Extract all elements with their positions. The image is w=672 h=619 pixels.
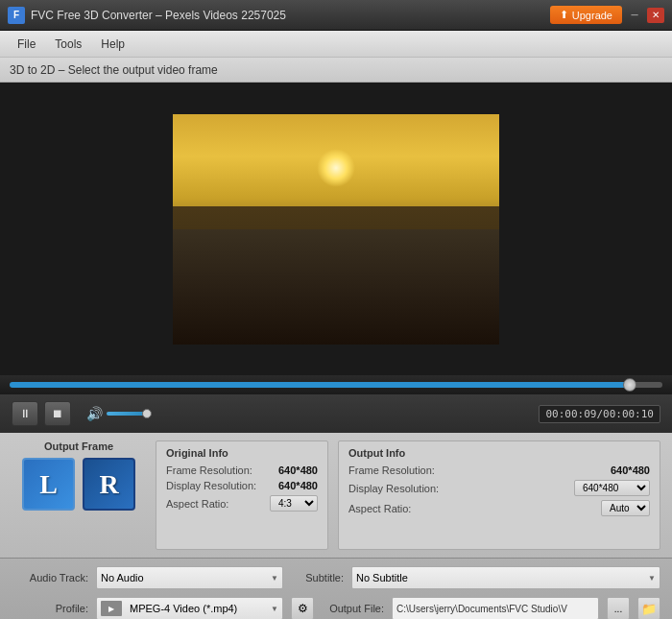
output-path-text: C:\Users\jerry\Documents\FVC Studio\V <box>396 604 567 614</box>
orig-frame-res-label: Frame Resolution: <box>166 464 252 476</box>
profile-select[interactable]: ▶ MPEG-4 Video (*.mp4) ▼ <box>96 597 283 619</box>
audio-dropdown-arrow: ▼ <box>271 574 278 583</box>
menu-tools[interactable]: Tools <box>45 34 91 55</box>
time-display: 00:00:09/00:00:10 <box>539 405 660 423</box>
app-icon: F <box>8 7 25 24</box>
orig-aspect-select[interactable]: 4:3 16:9 <box>270 495 318 512</box>
subtitle-dropdown-arrow: ▼ <box>648 574 656 583</box>
stop-button[interactable]: ⏹ <box>44 401 71 426</box>
sun-glow <box>317 149 355 187</box>
out-aspect-label: Aspect Ratio: <box>348 503 411 514</box>
upgrade-button[interactable]: ⬆ Upgrade <box>550 6 622 24</box>
out-frame-res-label: Frame Resolution: <box>348 464 435 476</box>
pause-icon: ⏸ <box>19 407 31 420</box>
orig-display-res-label: Display Resolution: <box>166 480 256 491</box>
output-file-path: C:\Users\jerry\Documents\FVC Studio\V <box>392 597 599 619</box>
volume-thumb[interactable] <box>142 409 152 418</box>
status-text: 3D to 2D – Select the output video frame <box>10 63 218 77</box>
left-frame-button[interactable]: L <box>22 458 75 511</box>
window-title: FVC Free 3D Converter – Pexels Videos 22… <box>31 9 286 22</box>
controls-area: ⏸ ⏹ 🔊 00:00:09/00:00:10 <box>0 394 672 433</box>
output-info-section: Output Info Frame Resolution: 640*480 Di… <box>338 440 660 550</box>
seek-thumb[interactable] <box>623 378 636 392</box>
volume-area: 🔊 <box>86 406 174 421</box>
audio-track-select[interactable]: No Audio ▼ <box>96 566 283 589</box>
output-file-label: Output File: <box>322 603 384 614</box>
title-bar-right: ⬆ Upgrade ─ ✕ <box>550 6 664 24</box>
browse-icon: ... <box>614 604 622 614</box>
output-info-title: Output Info <box>348 447 650 459</box>
upgrade-icon: ⬆ <box>560 9 568 21</box>
orig-frame-res-row: Frame Resolution: 640*480 <box>166 464 318 476</box>
orig-aspect-row: Aspect Ratio: 4:3 16:9 <box>166 495 318 512</box>
original-info-section: Original Info Frame Resolution: 640*480 … <box>156 440 328 550</box>
volume-fill <box>107 412 144 416</box>
pause-button[interactable]: ⏸ <box>12 401 38 426</box>
original-info-title: Original Info <box>166 447 318 459</box>
profile-value: MPEG-4 Video (*.mp4) <box>130 603 237 614</box>
subtitle-label: Subtitle: <box>291 572 344 583</box>
menu-help[interactable]: Help <box>91 34 134 55</box>
city-layer <box>173 206 499 275</box>
out-frame-res-value: 640*480 <box>611 464 650 476</box>
browse-button[interactable]: ... <box>607 597 630 619</box>
out-aspect-select[interactable]: Auto 4:3 16:9 <box>601 500 650 516</box>
audio-subtitle-row: Audio Track: No Audio ▼ Subtitle: No Sub… <box>12 566 660 589</box>
status-bar: 3D to 2D – Select the output video frame <box>0 58 672 83</box>
minimize-button[interactable]: ─ <box>626 8 643 23</box>
menu-file[interactable]: File <box>8 34 45 55</box>
close-button[interactable]: ✕ <box>647 8 664 23</box>
video-preview <box>173 114 499 345</box>
profile-output-row: Profile: ▶ MPEG-4 Video (*.mp4) ▼ ⚙ Outp… <box>12 597 660 619</box>
orig-display-res-value: 640*480 <box>278 480 318 491</box>
output-frame-section: Output Frame L R <box>12 440 146 550</box>
folder-icon: 📁 <box>641 602 657 616</box>
upgrade-label: Upgrade <box>572 10 612 21</box>
out-aspect-row: Aspect Ratio: Auto 4:3 16:9 <box>348 500 650 516</box>
audio-track-label: Audio Track: <box>12 572 88 583</box>
out-frame-res-row: Frame Resolution: 640*480 <box>348 464 650 476</box>
orig-display-res-row: Display Resolution: 640*480 <box>166 480 318 491</box>
profile-label: Profile: <box>12 603 88 614</box>
out-display-res-label: Display Resolution: <box>348 483 439 494</box>
profile-dropdown-arrow: ▼ <box>271 605 278 613</box>
orig-aspect-label: Aspect Ratio: <box>166 498 228 510</box>
stop-icon: ⏹ <box>52 407 63 420</box>
settings-panel: Output Frame L R Original Info Frame Res… <box>0 433 672 558</box>
menu-bar: File Tools Help <box>0 31 672 58</box>
video-area <box>0 83 672 375</box>
out-display-res-select[interactable]: 640*480 1280*720 1920*1080 <box>574 480 650 496</box>
bottom-panel: Audio Track: No Audio ▼ Subtitle: No Sub… <box>0 558 672 619</box>
horizon-line <box>173 229 499 241</box>
seek-bar[interactable] <box>10 382 662 388</box>
out-display-res-row: Display Resolution: 640*480 1280*720 192… <box>348 480 650 496</box>
profile-settings-button[interactable]: ⚙ <box>291 597 314 619</box>
gear-icon: ⚙ <box>298 602 308 615</box>
right-frame-button[interactable]: R <box>83 458 135 511</box>
audio-track-value: No Audio <box>101 572 144 583</box>
subtitle-select[interactable]: No Subtitle ▼ <box>351 566 660 589</box>
lr-buttons: L R <box>22 458 135 511</box>
title-bar: F FVC Free 3D Converter – Pexels Videos … <box>0 0 672 31</box>
title-bar-left: F FVC Free 3D Converter – Pexels Videos … <box>8 7 286 24</box>
orig-frame-res-value: 640*480 <box>278 464 318 476</box>
output-frame-title: Output Frame <box>44 440 113 452</box>
volume-icon[interactable]: 🔊 <box>86 406 103 421</box>
volume-bar[interactable] <box>107 412 174 416</box>
app-icon-letter: F <box>13 10 19 20</box>
subtitle-value: No Subtitle <box>356 572 408 583</box>
seek-bar-container[interactable] <box>0 375 672 394</box>
profile-type-icon: ▶ <box>101 601 122 616</box>
open-folder-button[interactable]: 📁 <box>637 597 660 619</box>
